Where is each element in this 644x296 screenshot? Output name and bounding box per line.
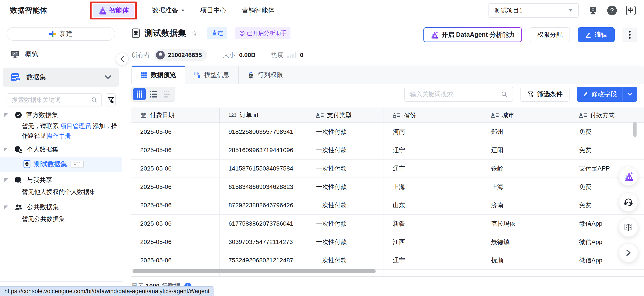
tree-expand-icon[interactable] (4, 178, 8, 182)
text-type-icon: A (579, 112, 587, 119)
table-cell: 上海 (384, 178, 482, 196)
tab-data-preview[interactable]: 数据预览 (132, 66, 185, 84)
column-header[interactable]: A省份 (384, 108, 482, 123)
nav-item-data-prep[interactable]: 数据准备 (152, 6, 185, 15)
table-cell: 2025-05-06 (132, 141, 220, 159)
table-cell: 一次性付款 (307, 141, 384, 159)
nav-item-marketing[interactable]: 营销智能体 (242, 6, 275, 15)
horizontal-scrollbar[interactable] (132, 269, 376, 273)
tree-expand-icon[interactable] (4, 113, 8, 117)
tree-expand-icon[interactable] (4, 148, 8, 151)
columns-view-icon (137, 91, 142, 98)
tab-model-info[interactable]: 模型信息 (185, 66, 239, 84)
search-icon (91, 97, 98, 103)
top-navigation-bar: 数据智能体 智能体 数据准备 项目中心 营销 (0, 0, 644, 21)
tree-group-personal-datasets[interactable]: 个人数据集 (0, 143, 122, 156)
project-admin-link[interactable]: 项目管理员 (60, 123, 91, 130)
table-cell: 新疆 (384, 215, 482, 233)
customer-service-float-button[interactable] (619, 192, 638, 212)
sidebar-collapse-button[interactable] (116, 52, 129, 66)
tree-group-shared-with-me[interactable]: 与我共享 (0, 174, 122, 186)
keyword-search-input[interactable] (410, 91, 501, 98)
dataset-search-box (6, 93, 102, 107)
table-cell: 辽宁 (384, 141, 482, 159)
table-cell: 山东 (384, 196, 482, 214)
table-cell: 2025-05-06 (132, 233, 220, 251)
table-cell: 9182258063557798541 (220, 123, 307, 141)
table-row: 2025-05-069182258063557798541一次性付款河南郑州免费 (132, 123, 644, 141)
browser-status-url: https://console.volcengine.com/bi/datawi… (0, 286, 214, 296)
ai-mountain-icon (430, 31, 438, 39)
permission-button[interactable]: 权限分配 (530, 27, 570, 42)
modify-fields-dropdown-button[interactable] (623, 93, 637, 96)
favorite-star-icon[interactable]: ☆ (191, 29, 198, 38)
nav-item-project-center[interactable]: 项目中心 (200, 6, 226, 15)
sidebar-item-overview[interactable]: 概览 (0, 48, 122, 61)
table-cell: 上海 (482, 178, 570, 196)
tab-row-column-permission[interactable]: 行列权限 (239, 66, 292, 84)
column-header[interactable]: A城市 (482, 108, 570, 123)
vertical-dots-icon (629, 31, 631, 39)
table-cell: 一次性付款 (307, 251, 384, 269)
table-cell: 3039703754772114273 (220, 233, 307, 251)
shared-empty-hint: 暂无他人授权的个人数据集 (22, 188, 96, 196)
grid-view-icon (164, 91, 170, 98)
chevron-down-icon (182, 9, 184, 11)
svg-text:A: A (491, 112, 494, 118)
modify-fields-button[interactable]: 修改字段 (577, 87, 637, 102)
enable-dataagent-button[interactable]: 开启 DataAgent 分析能力 (424, 27, 522, 42)
tree-group-public-datasets[interactable]: 公共数据集 (0, 201, 122, 214)
column-header[interactable]: 付费日期 (132, 108, 220, 123)
filter-conditions-button[interactable]: 筛选条件 (520, 87, 570, 102)
dataset-search-input[interactable] (12, 96, 91, 103)
tree-expand-icon[interactable] (4, 205, 8, 209)
edit-button[interactable]: 编辑 (578, 27, 615, 42)
column-header[interactable]: A支付类型 (307, 108, 384, 123)
dataset-file-icon (23, 160, 31, 168)
assistant-enabled-badge: 已开启分析助手 (235, 27, 290, 39)
language-icon[interactable]: 中 (626, 6, 636, 15)
project-selector[interactable]: 测试项目1 (488, 3, 579, 18)
view-grid-button[interactable] (161, 88, 174, 100)
number-type-icon: 123 (228, 112, 236, 118)
documentation-float-button[interactable] (619, 218, 638, 237)
svg-text:A: A (393, 112, 396, 118)
tree-group-official-datasets[interactable]: 官方数据集 (0, 109, 122, 121)
table-toolbar: 筛选条件 修改字段 (132, 87, 637, 102)
nav-item-agent-label: 智能体 (109, 6, 129, 15)
manual-link[interactable]: 操作手册 (46, 132, 71, 139)
table-cell: 河南 (384, 123, 482, 141)
table-cell: 2025-05-06 (132, 215, 220, 233)
grid-icon (141, 72, 147, 78)
vertical-scrollbar[interactable] (633, 122, 636, 137)
view-columns-button[interactable] (133, 88, 146, 100)
view-list-button[interactable] (147, 88, 160, 100)
tree-item-test-dataset[interactable]: 测试数据集 直连 (0, 157, 122, 172)
console-monitor-icon[interactable]: ⚙ (588, 5, 598, 15)
expand-panel-float-button[interactable] (619, 243, 638, 262)
table-row: 2025-05-066177583862073736041一次性付款新疆克拉玛依… (132, 215, 644, 233)
column-header[interactable]: A付款方式 (570, 108, 644, 123)
help-icon[interactable]: ? (607, 6, 617, 15)
tab-bar: 数据预览 模型信息 行列权限 (132, 66, 644, 84)
calendar-icon (140, 112, 147, 119)
table-row: 2025-05-068729223882646796426一次性付款山东济南免费 (132, 196, 644, 215)
table-cell: 景德镇 (482, 233, 570, 251)
owner-id: 2100246635 (168, 52, 202, 59)
annotation-highlight-box: 智能体 (90, 1, 137, 19)
svg-text:A: A (316, 112, 320, 118)
nav-item-agent[interactable]: 智能体 (93, 4, 134, 17)
ai-assistant-float-button[interactable] (619, 166, 638, 186)
new-button[interactable]: 新建 (6, 27, 115, 41)
text-type-icon: A (491, 112, 499, 119)
monitor-icon (10, 49, 20, 59)
table-cell: 2025-05-06 (132, 196, 220, 214)
chevron-down-icon (105, 75, 111, 79)
column-header[interactable]: 123订单 id (220, 108, 307, 123)
data-table: 付费日期123订单 idA支付类型A省份A城市A付款方式 2025-05-069… (132, 108, 644, 277)
size-label: 大小 (223, 51, 235, 59)
sidebar-item-datasets[interactable]: 数据集 (3, 68, 119, 87)
dataset-filter-button[interactable] (106, 93, 116, 107)
table-header-row: 付费日期123订单 idA支付类型A省份A城市A付款方式 (132, 108, 644, 123)
more-actions-button[interactable] (622, 27, 637, 42)
